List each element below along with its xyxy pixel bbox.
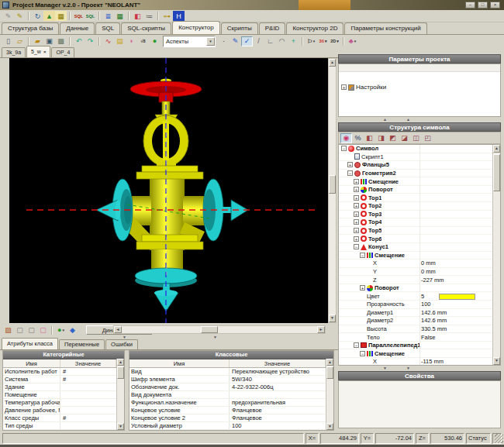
table-row[interactable]: Функционал.назначениепредохранительная (129, 399, 333, 407)
new-file-icon[interactable]: ▯ (2, 36, 14, 46)
panel-splitter[interactable]: ▼ ▼ (338, 366, 501, 371)
column-header-value[interactable]: Значение (60, 359, 116, 367)
help-icon[interactable]: H (173, 11, 185, 21)
tab-Параметры конструкций[interactable]: Параметры конструкций (344, 22, 426, 34)
scroll-down-button[interactable]: ▼ (326, 423, 333, 430)
arc-tool-icon[interactable]: ◠ (276, 36, 288, 46)
tree-row[interactable]: Диаметр2142.6 mm (339, 317, 492, 325)
move-tool-icon[interactable]: + (288, 36, 299, 46)
tree-row[interactable]: −Символ (339, 145, 492, 153)
scroll-up-button[interactable]: ▲ (326, 359, 333, 366)
splitter-down-icon[interactable]: ▼ (383, 366, 387, 371)
table-row[interactable]: Обозначение док.4-22-9322-006ц (129, 383, 333, 391)
expand-toggle[interactable]: + (354, 211, 359, 217)
scroll-thumb[interactable] (493, 154, 500, 191)
expand-toggle[interactable]: − (341, 146, 347, 151)
tree-vscrollbar[interactable]: ▲ ▼ (492, 145, 500, 365)
3d-viewport[interactable] (9, 58, 328, 323)
magnet-tool-icon[interactable]: ◗ (126, 36, 137, 46)
table-row[interactable]: Вид документа (129, 391, 333, 399)
scroll-up-button[interactable]: ▲ (117, 359, 124, 366)
tab-Скрипты[interactable]: Скрипты (221, 22, 258, 34)
table-row[interactable]: Система# (3, 376, 124, 383)
table-row[interactable]: Тип среды (3, 422, 124, 430)
scroll-down-button[interactable]: ▼ (493, 357, 500, 365)
tree-row[interactable]: −Смещение (339, 252, 492, 260)
table-green-icon[interactable]: ▦ (114, 11, 126, 21)
table-row[interactable]: Исполнитель работ# (3, 368, 124, 376)
minimize-button[interactable]: – (465, 2, 475, 9)
table-row[interactable]: Давление рабочее, МПа (3, 407, 124, 414)
tree-collapse-icon[interactable]: ◧ (364, 133, 375, 143)
tab-3k_9a[interactable]: 3k_9a (2, 47, 26, 57)
edit-pencil-color-icon[interactable]: ✎ (14, 11, 26, 21)
tab-Атрибуты класса[interactable]: Атрибуты класса (2, 338, 58, 349)
tree-row[interactable]: +Тор6 (339, 235, 492, 243)
tree-expand-icon[interactable]: ◨ (375, 133, 387, 143)
node-up-icon[interactable]: ◪ (399, 133, 410, 143)
expand-toggle[interactable]: + (360, 285, 365, 291)
edit-pencil-icon[interactable]: ✎ (2, 11, 14, 21)
percent-icon[interactable]: % (352, 133, 364, 143)
sql-check-icon[interactable]: SQL (85, 11, 96, 21)
folder-icon[interactable]: ▰ (32, 36, 43, 46)
tree-row[interactable]: +Фланцы5 (339, 161, 492, 170)
scroll-thumb[interactable] (201, 326, 218, 333)
tab-Переменные[interactable]: Переменные (59, 339, 105, 349)
expand-toggle[interactable]: − (354, 244, 359, 249)
table-row[interactable]: Здание (3, 383, 124, 391)
image-folder-icon[interactable]: ▦ (55, 11, 67, 21)
tree-row[interactable]: Цвет5 (339, 292, 492, 301)
pen-blue-icon[interactable]: ✎ (230, 36, 241, 46)
tree-row[interactable]: Z-227 mm (339, 276, 492, 284)
menu-3d-icon[interactable]: 3б▾ (317, 36, 329, 46)
expand-toggle[interactable]: + (354, 187, 359, 192)
close-button[interactable]: × (490, 2, 500, 9)
tree-row[interactable]: −Конус1 (339, 243, 492, 252)
tree-row[interactable]: Высота330.5 mm (339, 325, 492, 334)
tree-row[interactable]: +Тор5 (339, 227, 492, 236)
expand-toggle[interactable]: + (354, 179, 359, 184)
tree-row[interactable]: −Параллелепипед1 (339, 342, 492, 350)
tab-Ошибки[interactable]: Ошибки (105, 339, 138, 349)
tree-row[interactable]: X0 mm (339, 260, 492, 268)
undo-icon[interactable]: ↶ (73, 36, 85, 46)
tree-row[interactable]: Скрипт1 (339, 153, 492, 162)
table-row[interactable]: Условный диаметр100 (129, 422, 333, 430)
tab-P&ID[interactable]: P&ID (259, 22, 286, 34)
redo-icon[interactable]: ↷ (85, 36, 96, 46)
table-row[interactable]: Класс среды# (3, 414, 124, 422)
aspects-select[interactable]: Аспекты▾ (163, 36, 216, 47)
table-vscrollbar[interactable]: ▲▼ (116, 359, 124, 430)
tree-row[interactable]: +Тор3 (339, 211, 492, 219)
column-header-value[interactable]: Значение (230, 359, 326, 367)
column-header-name[interactable]: Имя (129, 359, 230, 367)
splitter-up-icon[interactable]: ▲ (383, 117, 387, 122)
color-swatch[interactable] (439, 294, 475, 300)
expand-toggle[interactable]: + (354, 203, 359, 208)
splitter-up-icon[interactable]: ▲ (406, 117, 410, 122)
maximize-button[interactable]: □ (478, 2, 488, 9)
expand-toggle[interactable]: + (341, 84, 347, 90)
select-pink-icon[interactable]: ▢ (37, 325, 49, 335)
tree-row[interactable]: ТелоFalse (339, 333, 492, 342)
column-header-name[interactable]: Имя (3, 359, 60, 367)
tree-row[interactable]: +Поворот (339, 186, 492, 194)
table-row[interactable]: Концевое условие 2Фланцевое (129, 414, 333, 422)
scroll-thumb[interactable] (117, 366, 124, 379)
checklist-icon[interactable]: ≔ (143, 11, 155, 21)
scroll-right-button[interactable]: ► (317, 326, 325, 333)
expand-toggle[interactable]: − (360, 351, 365, 356)
tree-row[interactable]: +Тор1 (339, 194, 492, 202)
polyline-tool-icon[interactable]: ∟ (264, 36, 276, 46)
scroll-thumb[interactable] (329, 175, 336, 194)
palette-icon[interactable]: ▨ (2, 325, 14, 335)
expand-toggle[interactable]: − (354, 342, 359, 348)
open-folder-icon[interactable]: ▱ (14, 36, 26, 46)
expand-toggle[interactable]: + (354, 219, 359, 225)
table-vscrollbar[interactable]: ▲▼ (326, 359, 333, 430)
tree-row[interactable]: +Смещение (339, 177, 492, 186)
expand-toggle[interactable]: + (354, 236, 359, 242)
line-tool-icon[interactable]: / (253, 36, 264, 46)
measure-tool-icon[interactable]: ▤ (114, 36, 126, 46)
